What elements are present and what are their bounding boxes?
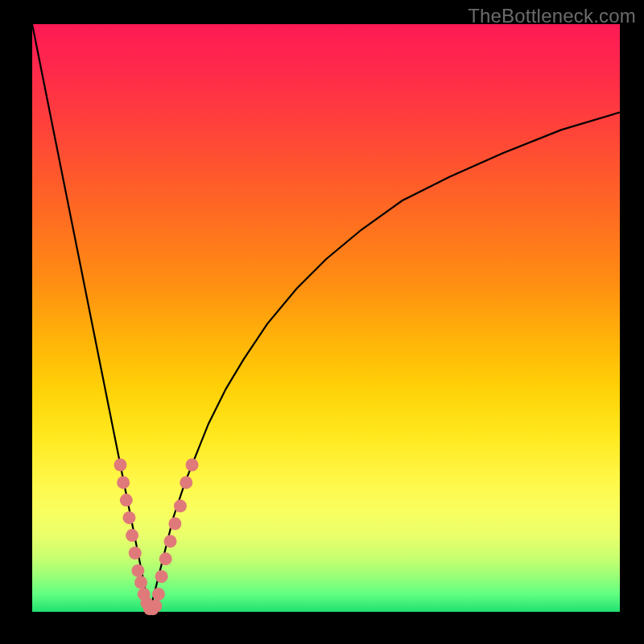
chart-frame: TheBottleneck.com xyxy=(0,0,644,644)
marker-dot xyxy=(180,476,192,489)
marker-dot xyxy=(134,576,147,589)
marker-dot xyxy=(152,588,165,601)
plot-area xyxy=(32,24,620,612)
marker-dot xyxy=(168,518,181,530)
marker-dot xyxy=(164,535,177,547)
marker-dot xyxy=(186,459,199,472)
curve-left-branch xyxy=(32,24,150,612)
marker-dot xyxy=(149,600,162,613)
marker-dot xyxy=(159,552,172,565)
marker-dot xyxy=(120,493,133,506)
marker-dot xyxy=(129,547,142,559)
marker-group xyxy=(114,459,199,616)
curve-layer xyxy=(32,24,620,612)
curve-right-branch xyxy=(150,113,620,613)
marker-dot xyxy=(114,459,127,472)
marker-dot xyxy=(131,564,144,577)
marker-dot xyxy=(117,476,130,489)
marker-dot xyxy=(122,511,135,524)
marker-dot xyxy=(126,529,138,542)
marker-dot xyxy=(155,570,168,583)
marker-dot xyxy=(174,500,187,513)
